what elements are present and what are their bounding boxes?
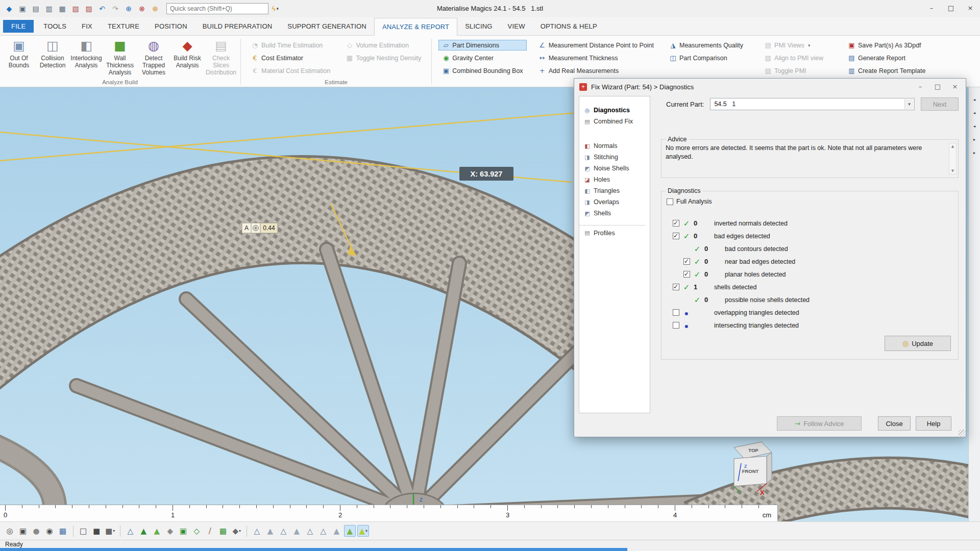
panel-toggle-button[interactable]: ◂ xyxy=(970,109,979,117)
ribbon-tab[interactable]: POSITION xyxy=(147,17,195,35)
quick-access-button[interactable]: ↶ xyxy=(96,3,108,15)
view-toolbar-button[interactable]: △ xyxy=(251,525,263,537)
ribbon-small-button[interactable]: ▱ Part Dimensions xyxy=(438,40,526,51)
view-toolbar-button[interactable]: △ xyxy=(125,525,136,537)
diagnostic-checkbox[interactable] xyxy=(683,271,690,278)
view-toolbar-button[interactable]: ▲ xyxy=(151,525,163,537)
quick-search-input[interactable] xyxy=(166,3,268,14)
advice-scrollbar[interactable]: ▲ ▼ xyxy=(949,143,957,174)
view-toolbar-button[interactable]: / xyxy=(204,525,216,537)
diagnostic-checkbox[interactable] xyxy=(673,220,679,227)
ribbon-tab[interactable]: ANALYZE & REPORT xyxy=(374,18,457,36)
ribbon-big-button[interactable]: ■ Wall Thickness Analysis xyxy=(103,37,137,76)
diagnostic-checkbox[interactable] xyxy=(683,258,690,265)
ribbon-small-button[interactable]: ∠ Measurement Distance Point to Point xyxy=(535,40,657,51)
quick-actions-menu[interactable]: ϟ ▾ xyxy=(272,5,279,13)
view-toolbar-button[interactable]: ◇ xyxy=(191,525,203,537)
ribbon-small-button[interactable]: ◔ Build Time Estimation xyxy=(248,40,334,51)
quick-access-button[interactable]: ⊗ xyxy=(136,3,148,15)
measurement-tag[interactable]: A 0.44 xyxy=(242,223,278,233)
ribbon-small-button[interactable]: ▤ PMI Views ▾ xyxy=(761,40,830,51)
ribbon-tab[interactable]: OPTIONS & HELP xyxy=(533,17,605,35)
panel-toggle-button[interactable]: ◂ xyxy=(970,95,979,104)
ribbon-big-button[interactable]: ◆ Build Risk Analysis xyxy=(170,37,204,69)
ribbon-tab[interactable]: BUILD PREPARATION xyxy=(195,17,280,35)
diagnostic-checkbox[interactable] xyxy=(673,309,679,316)
fix-wizard-sidebar-item[interactable]: ◨ Stitching xyxy=(579,152,650,163)
ribbon-tab[interactable]: TEXTURE xyxy=(100,17,147,35)
view-toolbar-button[interactable]: ▦ xyxy=(57,525,69,537)
view-toolbar-button[interactable]: ◆ ▾ xyxy=(231,525,242,537)
current-part-dropdown[interactable]: 54.5 1 ▾ xyxy=(710,98,915,110)
quick-access-button[interactable]: ▨ xyxy=(83,3,95,15)
fix-wizard-sidebar-item[interactable]: ▤ Combined Fix xyxy=(579,116,650,127)
ribbon-small-button[interactable]: ▨ Toggle PMI xyxy=(761,65,830,76)
panel-toggle-button[interactable]: ▸ xyxy=(970,135,979,144)
ribbon-small-button[interactable]: ▣ Save Part(s) As 3Dpdf xyxy=(844,40,929,51)
ribbon-tab[interactable]: FILE xyxy=(3,20,34,33)
view-toolbar-button[interactable]: ● xyxy=(31,525,42,537)
quick-access-button[interactable]: ▧ xyxy=(69,3,82,15)
ribbon-tab[interactable]: FIX xyxy=(74,17,100,35)
view-toolbar-button[interactable]: □ xyxy=(78,525,89,537)
diagnostic-checkbox[interactable] xyxy=(673,322,679,329)
ribbon-small-button[interactable]: ↔ Measurement Thickness xyxy=(535,53,657,63)
ribbon-big-button[interactable]: ◫ Collision Detection xyxy=(36,37,69,69)
resize-grip[interactable] xyxy=(959,430,965,436)
panel-toggle-button[interactable]: ◂ xyxy=(970,122,979,131)
ribbon-big-button[interactable]: ◍ Detect Trapped Volumes xyxy=(137,37,170,76)
ribbon-big-button[interactable]: ◧ Interlocking Analysis xyxy=(69,37,103,69)
view-toolbar-button[interactable] xyxy=(73,525,74,537)
quick-access-button[interactable]: ▣ xyxy=(16,3,29,15)
ribbon-tab[interactable]: VIEW xyxy=(500,17,533,35)
view-toolbar-button[interactable]: ■ xyxy=(91,525,103,537)
scroll-down-icon[interactable]: ▼ xyxy=(951,169,954,173)
ribbon-big-button[interactable]: ▤ Check Slices Distribution xyxy=(204,37,238,76)
view-toolbar-button[interactable]: △ xyxy=(278,525,289,537)
view-toolbar-button[interactable]: ▲ xyxy=(331,525,342,537)
ribbon-small-button[interactable]: ▧ Align to PMI view xyxy=(761,53,830,63)
ribbon-small-button[interactable]: ▣ Combined Bounding Box xyxy=(438,65,526,76)
fix-wizard-sidebar-item[interactable]: ◎ Diagnostics xyxy=(579,105,650,116)
view-toolbar-button[interactable]: ▣ xyxy=(17,525,29,537)
quick-access-button[interactable]: ▥ xyxy=(43,3,55,15)
ribbon-tab[interactable]: TOOLS xyxy=(36,17,74,35)
follow-advice-button[interactable]: → Follow Advice xyxy=(777,416,862,431)
panel-toggle-button[interactable]: ▸ xyxy=(970,148,979,157)
view-toolbar-button[interactable] xyxy=(247,525,247,537)
full-analysis-checkbox[interactable] xyxy=(667,198,673,205)
view-toolbar-button[interactable]: ◆ xyxy=(164,525,176,537)
view-toolbar-button[interactable]: ▣ xyxy=(178,525,189,537)
fix-wizard-sidebar-item[interactable]: ◧ Triangles xyxy=(579,185,650,196)
ribbon-small-button[interactable]: € Cost Estimator xyxy=(248,53,334,63)
view-toolbar-button[interactable]: ▦ xyxy=(217,525,229,537)
view-toolbar-button[interactable] xyxy=(120,525,120,537)
quick-access-button[interactable]: ⊕ xyxy=(122,3,135,15)
view-toolbar-button[interactable]: ▲ xyxy=(264,525,276,537)
view-toolbar-button[interactable]: ■ ▾ xyxy=(104,525,116,537)
diagnostic-checkbox[interactable] xyxy=(673,233,679,239)
view-toolbar-button[interactable]: ▲ xyxy=(344,525,356,537)
ribbon-small-button[interactable]: ▦ Toggle Nesting Density xyxy=(342,53,425,63)
view-toolbar-button[interactable]: ▲ ▾ xyxy=(357,525,369,537)
quick-access-button[interactable]: ◆ xyxy=(3,3,15,15)
ribbon-tab[interactable]: SLICING xyxy=(457,17,500,35)
view-toolbar-button[interactable]: ▲ xyxy=(291,525,303,537)
fix-wizard-sidebar-item[interactable]: ◪ Holes xyxy=(579,174,650,185)
fix-wizard-sidebar-item[interactable]: ◧ Normals xyxy=(579,140,650,152)
ribbon-small-button[interactable]: € Material Cost Estimation xyxy=(248,65,334,76)
close-button[interactable]: Close xyxy=(878,416,911,431)
fix-wizard-sidebar-item[interactable]: ◨ Overlaps xyxy=(579,196,650,208)
quick-access-button[interactable]: ▦ xyxy=(56,3,68,15)
next-button[interactable]: Next xyxy=(921,97,959,111)
window-control-button[interactable]: – xyxy=(922,0,941,15)
ribbon-small-button[interactable]: ◇ Volume Estimation xyxy=(342,40,425,51)
window-control-button[interactable]: □ xyxy=(941,0,961,15)
view-toolbar-button[interactable]: ◎ xyxy=(4,525,16,537)
ribbon-big-button[interactable]: ▣ Out Of Bounds xyxy=(2,37,36,69)
update-button[interactable]: ◎ Update xyxy=(885,336,951,351)
view-toolbar-button[interactable]: ◉ xyxy=(44,525,56,537)
ribbon-small-button[interactable]: ◫ Part Comparison xyxy=(666,53,747,63)
ribbon-tab[interactable]: SUPPORT GENERATION xyxy=(280,17,374,35)
fix-wizard-sidebar-item[interactable]: ▤ Profiles xyxy=(579,225,646,238)
